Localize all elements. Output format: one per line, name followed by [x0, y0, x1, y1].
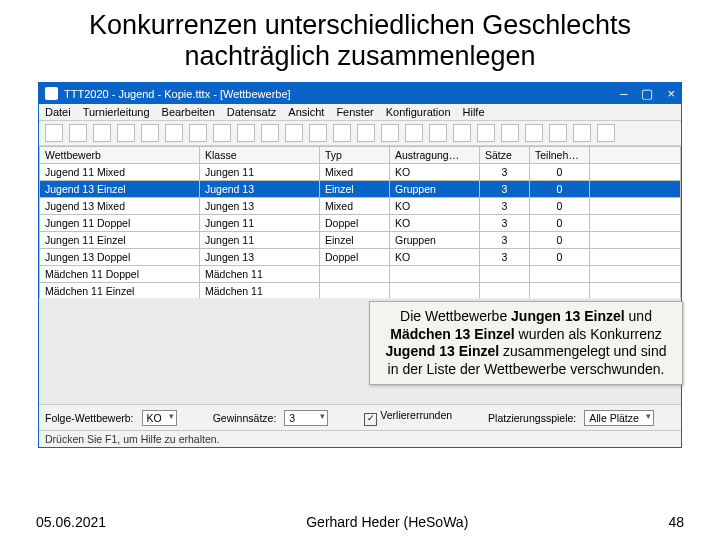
- table-row[interactable]: Jugend 13 MixedJungen 13MixedKO30: [40, 198, 681, 215]
- table-row[interactable]: Jugend 13 EinzelJugend 13EinzelGruppen30: [40, 181, 681, 198]
- toolbar-button[interactable]: [69, 124, 87, 142]
- app-icon: [45, 87, 58, 100]
- toolbar-button[interactable]: [429, 124, 447, 142]
- minimize-button[interactable]: –: [620, 86, 627, 101]
- combo-platz[interactable]: Alle Plätze: [584, 410, 654, 426]
- toolbar-button[interactable]: [261, 124, 279, 142]
- close-button[interactable]: ×: [667, 86, 675, 101]
- table-row[interactable]: Jugend 11 MixedJungen 11MixedKO30: [40, 164, 681, 181]
- toolbar-button[interactable]: [165, 124, 183, 142]
- footer-author: Gerhard Heder (HeSoWa): [306, 514, 468, 530]
- menu-item[interactable]: Ansicht: [288, 106, 324, 118]
- competitions-table[interactable]: Wettbewerb Klasse Typ Austragung… Sätze …: [39, 146, 681, 298]
- toolbar-button[interactable]: [549, 124, 567, 142]
- menu-item[interactable]: Datei: [45, 106, 71, 118]
- footer-page: 48: [668, 514, 684, 530]
- toolbar-button[interactable]: [477, 124, 495, 142]
- annotation-box: Die Wettbewerbe Jungen 13 Einzel und Mäd…: [369, 301, 683, 385]
- toolbar-button[interactable]: [213, 124, 231, 142]
- checkbox-verlierer[interactable]: ✓Verliererrunden: [364, 409, 452, 426]
- window-titlebar: TTT2020 - Jugend - Kopie.tttx - [Wettbew…: [39, 83, 681, 104]
- toolbar-button[interactable]: [597, 124, 615, 142]
- toolbar-button[interactable]: [381, 124, 399, 142]
- col-header[interactable]: Typ: [320, 147, 390, 164]
- menu-item[interactable]: Datensatz: [227, 106, 277, 118]
- toolbar-button[interactable]: [93, 124, 111, 142]
- toolbar-button[interactable]: [501, 124, 519, 142]
- maximize-button[interactable]: ▢: [641, 86, 653, 101]
- toolbar-button[interactable]: [573, 124, 591, 142]
- toolbar-button[interactable]: [309, 124, 327, 142]
- toolbar-button[interactable]: [525, 124, 543, 142]
- toolbar-button[interactable]: [357, 124, 375, 142]
- combo-gewinn[interactable]: 3: [284, 410, 328, 426]
- table-row[interactable]: Mädchen 11 EinzelMädchen 11: [40, 283, 681, 299]
- table-row[interactable]: Mädchen 11 DoppelMädchen 11: [40, 266, 681, 283]
- table-row[interactable]: Jungen 13 DoppelJungen 13DoppelKO30: [40, 249, 681, 266]
- toolbar-button[interactable]: [141, 124, 159, 142]
- app-window: TTT2020 - Jugend - Kopie.tttx - [Wettbew…: [38, 82, 682, 448]
- toolbar-button[interactable]: [237, 124, 255, 142]
- status-bar: Drücken Sie F1, um Hilfe zu erhalten.: [39, 430, 681, 447]
- menu-item[interactable]: Konfiguration: [386, 106, 451, 118]
- menu-item[interactable]: Fenster: [336, 106, 373, 118]
- toolbar-button[interactable]: [405, 124, 423, 142]
- toolbar-button[interactable]: [189, 124, 207, 142]
- menu-item[interactable]: Bearbeiten: [162, 106, 215, 118]
- toolbar-button[interactable]: [117, 124, 135, 142]
- col-header[interactable]: Sätze: [480, 147, 530, 164]
- window-title: TTT2020 - Jugend - Kopie.tttx - [Wettbew…: [64, 88, 291, 100]
- combo-folge[interactable]: KO: [142, 410, 177, 426]
- col-header[interactable]: Klasse: [200, 147, 320, 164]
- footer-date: 05.06.2021: [36, 514, 106, 530]
- toolbar-button[interactable]: [45, 124, 63, 142]
- slide-title: Konkurrenzen unterschiedlichen Geschlech…: [0, 0, 720, 76]
- menu-item[interactable]: Turnierleitung: [83, 106, 150, 118]
- bottom-bar: Folge-Wettbewerb: KO Gewinnsätze: 3 ✓Ver…: [39, 404, 681, 430]
- col-header[interactable]: Wettbewerb: [40, 147, 200, 164]
- menu-item[interactable]: Hilfe: [463, 106, 485, 118]
- col-header[interactable]: Austragung…: [390, 147, 480, 164]
- toolbar: [39, 121, 681, 146]
- table-row[interactable]: Jungen 11 DoppelJungen 11DoppelKO30: [40, 215, 681, 232]
- toolbar-button[interactable]: [333, 124, 351, 142]
- menu-bar: Datei Turnierleitung Bearbeiten Datensat…: [39, 104, 681, 121]
- label-folge: Folge-Wettbewerb:: [45, 412, 134, 424]
- label-platz: Platzierungsspiele:: [488, 412, 576, 424]
- label-gewinn: Gewinnsätze:: [213, 412, 277, 424]
- table-row[interactable]: Jungen 11 EinzelJungen 11EinzelGruppen30: [40, 232, 681, 249]
- col-header[interactable]: Teilneh…: [530, 147, 590, 164]
- toolbar-button[interactable]: [453, 124, 471, 142]
- toolbar-button[interactable]: [285, 124, 303, 142]
